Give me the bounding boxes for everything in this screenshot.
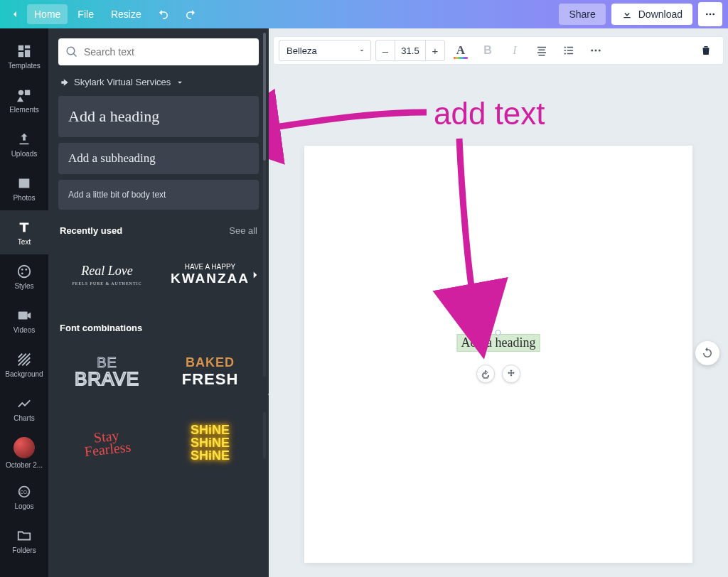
nav-styles[interactable]: Styles [0,254,48,298]
add-subheading-card[interactable]: Add a subheading [58,143,259,174]
recently-used-heading: Recently used [60,225,122,236]
toolbar-more-button[interactable] [584,40,607,61]
top-more-button[interactable] [698,2,722,26]
font-thumb-bebrave[interactable]: BE BRAVE [58,339,156,404]
nav-elements[interactable]: Elements [0,78,48,122]
canvas-area: Belleza – 31.5 + A B I Add a [269,28,728,577]
font-thumb-stayfearless[interactable]: Stay Fearless [55,405,159,480]
font-size-stepper: – 31.5 + [375,40,445,61]
recent-next-button[interactable] [249,269,262,284]
search-text-box[interactable] [58,38,259,65]
nav-videos[interactable]: Videos [0,298,48,343]
add-body-card[interactable]: Add a little bit of body text [58,180,259,210]
move-element-button[interactable] [502,365,520,383]
resize-menu[interactable]: Resize [104,4,149,24]
font-thumb-shine[interactable]: SHiNE SHiNE SHiNE [161,410,259,475]
brand-icon [60,77,70,87]
svg-rect-15 [567,50,573,51]
nav-templates[interactable]: Templates [0,34,48,78]
svg-point-18 [591,50,593,52]
svg-point-7 [25,268,27,270]
text-color-button[interactable]: A [449,40,472,61]
nav-background[interactable]: Background [0,343,48,387]
top-bar: Home File Resize Share Download [0,0,728,28]
nav-october[interactable]: October 2... [0,431,48,475]
svg-point-20 [599,50,601,52]
align-button[interactable] [530,40,553,61]
download-label: Download [638,9,682,20]
svg-point-19 [595,50,597,52]
search-icon [65,45,78,58]
svg-point-16 [564,53,566,54]
nav-charts[interactable]: Charts [0,387,48,431]
svg-text:CO.: CO. [20,489,28,494]
undo-button[interactable] [151,2,176,26]
nav-rail: Templates Elements Uploads Photos Text S… [0,28,48,577]
font-combos-heading: Font combinations [60,323,142,333]
file-menu[interactable]: File [70,4,101,24]
svg-point-2 [712,14,714,16]
panel-collapse-button[interactable] [263,377,269,412]
see-all-link[interactable]: See all [229,225,257,236]
nav-uploads[interactable]: Uploads [0,122,48,166]
text-panel: Skylark Virtual Services Add a heading A… [48,28,269,577]
redo-button[interactable] [178,2,203,26]
search-input[interactable] [84,46,252,58]
delete-button[interactable] [694,40,718,61]
italic-button[interactable]: I [503,40,526,61]
list-button[interactable] [557,40,580,61]
chevron-down-icon [175,77,185,87]
chevron-down-icon [358,46,366,55]
nav-text[interactable]: Text [0,210,48,254]
sync-button[interactable] [695,341,719,365]
text-toolbar: Belleza – 31.5 + A B I [273,36,724,65]
svg-point-1 [710,14,712,16]
annotation-label: add text [434,96,545,131]
font-size-plus[interactable]: + [426,45,444,57]
share-button[interactable]: Share [559,4,605,25]
design-page[interactable]: Add a heading [304,146,692,563]
font-thumb-bakedfresh[interactable]: BAKED FRESH [161,339,259,404]
brand-dropdown[interactable]: Skylark Virtual Services [60,77,259,87]
avatar-icon [14,437,35,458]
nav-logos[interactable]: CO.Logos [0,475,48,519]
download-button[interactable]: Download [611,4,692,25]
duplicate-element-button[interactable] [476,365,495,383]
font-size-value[interactable]: 31.5 [395,41,426,60]
svg-rect-9 [18,311,28,319]
svg-point-0 [706,14,708,16]
svg-point-5 [18,265,31,277]
bold-button[interactable]: B [476,40,499,61]
font-family-select[interactable]: Belleza [279,40,371,61]
rotate-handle[interactable] [496,330,501,335]
font-family-value: Belleza [287,45,317,56]
svg-point-3 [18,90,23,95]
svg-point-6 [21,268,23,270]
nav-folders[interactable]: Folders [0,519,48,563]
font-size-minus[interactable]: – [376,45,395,57]
svg-rect-17 [567,53,573,55]
brand-label: Skylark Virtual Services [74,77,171,87]
font-thumb-reallove[interactable]: Real Love FEELS PURE & AUTHENTIC [58,242,156,307]
svg-point-14 [564,50,566,51]
svg-rect-13 [567,47,573,48]
home-button[interactable]: Home [27,4,68,24]
font-thumb-kwanzaa[interactable]: HAVE A HAPPY KWANZAA [161,242,259,307]
heading-text-element[interactable]: Add a heading [457,334,540,352]
back-button[interactable] [6,5,24,23]
svg-rect-4 [25,90,30,95]
svg-point-12 [564,46,566,48]
add-heading-card[interactable]: Add a heading [58,96,259,137]
svg-point-8 [21,272,23,274]
nav-photos[interactable]: Photos [0,166,48,210]
